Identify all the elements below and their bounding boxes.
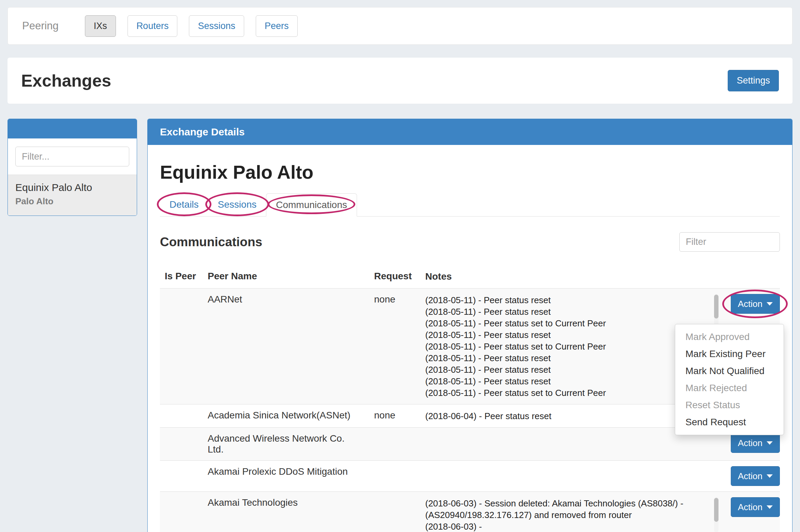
top-navbar: Peering IXs Routers Sessions Peers	[8, 7, 792, 45]
note-line: (2018-05-11) - Peer status reset	[425, 294, 712, 306]
brand-peering: Peering	[15, 20, 66, 32]
action-button[interactable]: Action	[731, 294, 780, 314]
table-row: Akamai Technologies (2018-06-03) - Sessi…	[160, 492, 780, 532]
page-header: Exchanges Settings	[8, 58, 792, 104]
caret-down-icon	[767, 302, 773, 306]
peer-name-cell: Akamai Prolexic DDoS Mitigation	[208, 466, 374, 477]
peer-name-cell: Academia Sinica Network(ASNet)	[208, 410, 374, 421]
settings-button[interactable]: Settings	[728, 70, 779, 91]
tab-details[interactable]: Details	[160, 193, 208, 217]
request-cell: none	[374, 410, 425, 421]
panel-body: Equinix Palo Alto Details Sessions Commu…	[148, 145, 792, 532]
action-button-label: Action	[738, 502, 762, 513]
menu-item-mark-approved[interactable]: Mark Approved	[675, 328, 784, 345]
menu-item-reset-status[interactable]: Reset Status	[675, 397, 784, 414]
note-line: (2018-05-11) - Peer status set to Curren…	[425, 341, 712, 352]
caret-down-icon	[767, 474, 773, 478]
notes-cell: (2018-05-11) - Peer status reset (2018-0…	[425, 294, 712, 399]
note-line: (2018-06-03) - Session deleted: Akamai T…	[425, 498, 712, 509]
note-line: (2018-06-04) - Peer status reset	[425, 410, 712, 422]
header-request: Request	[374, 271, 425, 282]
communications-filter-input[interactable]	[679, 232, 780, 252]
communications-section-header: Communications	[160, 232, 780, 252]
request-cell: none	[374, 294, 425, 305]
exchange-title: Equinix Palo Alto	[160, 161, 780, 183]
caret-down-icon	[767, 505, 773, 509]
nav-button-routers[interactable]: Routers	[128, 15, 178, 37]
menu-item-mark-existing-peer[interactable]: Mark Existing Peer	[675, 345, 784, 363]
exchange-filter-input[interactable]	[15, 147, 129, 166]
exchange-details-panel: Exchange Details Equinix Palo Alto Detai…	[147, 119, 792, 532]
exchange-location: Palo Alto	[15, 196, 129, 207]
note-line: (2018-05-11) - Peer status reset	[425, 329, 712, 341]
note-line: (2018-05-11) - Peer status reset	[425, 375, 712, 387]
page-title: Exchanges	[21, 71, 111, 91]
peer-name-cell: AARNet	[208, 294, 374, 305]
notes-cell	[425, 433, 712, 433]
action-button[interactable]: Action	[731, 497, 780, 517]
detail-tabs: Details Sessions Communications	[160, 193, 780, 217]
action-button-label: Action	[738, 471, 762, 482]
nav-button-ixs[interactable]: IXs	[85, 15, 116, 37]
table-row: Akamai Prolexic DDoS Mitigation Action	[160, 461, 780, 492]
list-item-equinix-palo-alto[interactable]: Equinix Palo Alto Palo Alto	[8, 175, 137, 216]
tab-sessions[interactable]: Sessions	[208, 193, 266, 217]
peer-name-cell: Advanced Wireless Network Co. Ltd.	[208, 433, 374, 455]
note-line: (2018-05-11) - Peer status set to Curren…	[425, 317, 712, 329]
action-dropdown-menu: Mark Approved Mark Existing Peer Mark No…	[675, 324, 784, 435]
note-line: (2018-05-11) - Peer status reset	[425, 364, 712, 375]
header-peer-name: Peer Name	[208, 271, 374, 282]
note-line: (2018-05-11) - Peer status reset	[425, 306, 712, 317]
exchange-name: Equinix Palo Alto	[15, 182, 129, 193]
scrollbar-thumb[interactable]	[714, 498, 718, 522]
notes-cell: (2018-06-04) - Peer status reset	[425, 410, 712, 422]
menu-item-mark-not-qualified[interactable]: Mark Not Qualified	[675, 363, 784, 380]
communications-heading: Communications	[160, 235, 262, 249]
menu-item-send-request[interactable]: Send Request	[675, 414, 784, 431]
note-line: (2018-05-11) - Peer status reset	[425, 352, 712, 364]
tab-sessions-label[interactable]: Sessions	[208, 193, 266, 216]
notes-cell: (2018-06-03) - Session deleted: Akamai T…	[425, 497, 712, 532]
action-button-label: Action	[738, 299, 762, 309]
action-button[interactable]: Action	[731, 433, 780, 453]
notes-cell	[425, 466, 712, 467]
nav-button-sessions[interactable]: Sessions	[189, 15, 244, 37]
note-line: (AS20940/198.32.176.127) and removed fro…	[425, 509, 712, 521]
scrollbar-thumb[interactable]	[714, 295, 718, 319]
notes-scrollbar[interactable]	[714, 497, 718, 532]
action-button[interactable]: Action	[731, 466, 780, 486]
menu-item-mark-rejected[interactable]: Mark Rejected	[675, 380, 784, 397]
header-notes: Notes	[425, 271, 712, 282]
content-area: Equinix Palo Alto Palo Alto Exchange Det…	[8, 119, 792, 532]
header-is-peer: Is Peer	[160, 271, 208, 282]
communications-table: Is Peer Peer Name Request Notes AARNet n…	[160, 271, 780, 532]
exchange-list-panel-header	[8, 119, 137, 138]
table-header-row: Is Peer Peer Name Request Notes	[160, 271, 780, 289]
tab-communications-label[interactable]: Communications	[266, 193, 357, 217]
tab-details-label[interactable]: Details	[160, 193, 208, 216]
exchange-list-panel: Equinix Palo Alto Palo Alto	[8, 119, 137, 216]
tab-communications[interactable]: Communications	[266, 193, 357, 217]
table-row: AARNet none (2018-05-11) - Peer status r…	[160, 289, 780, 404]
panel-title: Exchange Details	[148, 119, 792, 145]
peer-name-cell: Akamai Technologies	[208, 497, 374, 508]
nav-button-peers[interactable]: Peers	[256, 15, 298, 37]
note-line: (2018-05-11) - Peer status set to Curren…	[425, 387, 712, 399]
caret-down-icon	[767, 441, 773, 445]
exchange-list-filter-area	[8, 138, 137, 175]
note-line: (2018-06-03) -	[425, 521, 712, 532]
action-button-label: Action	[738, 438, 762, 448]
